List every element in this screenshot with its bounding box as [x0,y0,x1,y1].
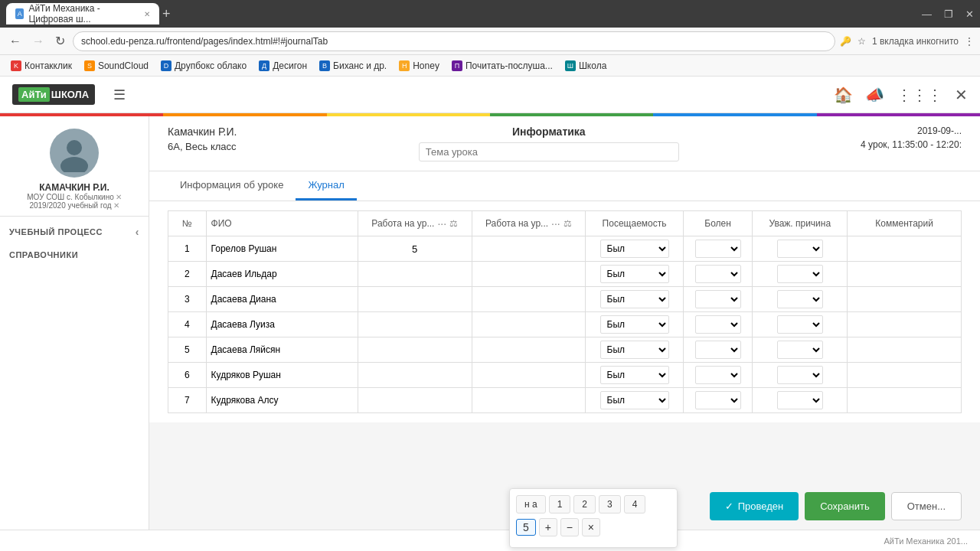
grade-input-work1-4[interactable] [360,344,470,356]
cell-work2[interactable] [472,287,586,312]
sidebar-section-references-title[interactable]: СПРАВОЧНИКИ [9,250,139,259]
sick-select-6[interactable]: Да [695,391,741,409]
sick-select-2[interactable]: Да [695,290,741,308]
sick-select-4[interactable]: Да [695,341,741,359]
grade-na-button[interactable]: н а [516,495,546,514]
cell-work1[interactable] [358,363,472,388]
grade-input-work2-0[interactable] [474,243,584,255]
attendance-select-0[interactable]: Был Не был [600,240,669,258]
grade-input-work1-2[interactable] [360,294,470,305]
cell-attendance[interactable]: Был Не был [586,337,684,363]
cell-work2[interactable] [472,312,586,337]
cell-reason[interactable]: Да [753,312,848,337]
hamburger-button[interactable]: ☰ [113,86,126,103]
cell-comment[interactable] [848,388,962,413]
close-button[interactable]: ✕ [965,8,974,20]
cell-work1[interactable] [358,312,472,337]
tab-close-button[interactable]: ✕ [144,10,150,18]
sick-select-1[interactable]: Да [695,265,741,283]
sick-select-0[interactable]: Да [695,240,741,258]
cell-comment[interactable] [848,287,962,312]
grade-4-button[interactable]: 4 [624,495,646,514]
apps-button[interactable]: ⋮⋮⋮ [897,86,942,104]
restore-button[interactable]: ❐ [944,8,953,20]
address-bar[interactable] [73,31,835,51]
conducted-button[interactable]: ✓ Проведен [710,492,799,520]
cell-work2[interactable] [472,236,586,262]
attendance-select-4[interactable]: Был Не был [600,341,669,359]
minimize-button[interactable]: — [922,8,932,20]
cell-sick[interactable]: Да [683,236,752,262]
cell-sick[interactable]: Да [683,337,752,363]
cell-work1[interactable] [358,236,472,262]
cell-work2[interactable] [472,388,586,413]
cell-sick[interactable]: Да [683,312,752,337]
grade-input-work2-1[interactable] [474,269,584,280]
reason-select-6[interactable]: Да [777,391,823,409]
work1-settings-icon[interactable]: ⚖ [449,218,458,229]
attendance-select-3[interactable]: Был Не был [600,315,669,334]
grade-input-work1-5[interactable] [360,370,470,381]
reason-select-5[interactable]: Да [777,366,823,384]
cell-reason[interactable]: Да [753,262,848,287]
cell-work2[interactable] [472,337,586,363]
sick-select-5[interactable]: Да [695,366,741,384]
cell-reason[interactable]: Да [753,337,848,363]
work2-dots-button[interactable]: ··· [551,217,560,230]
cell-work1[interactable] [358,337,472,363]
cell-comment[interactable] [848,312,962,337]
grade-2-button[interactable]: 2 [573,495,596,514]
grade-input-work2-4[interactable] [474,344,584,356]
back-button[interactable]: ← [6,31,24,51]
menu-icon[interactable]: ⋮ [965,36,974,47]
bookmark-soundcloud[interactable]: S SoundCloud [80,59,153,73]
sidebar-section-learning-title[interactable]: УЧЕБНЫЙ ПРОЦЕСС ‹ [9,226,139,238]
bookmark-school[interactable]: Ш Школа [560,59,611,73]
sidebar-collapse-learning[interactable]: ‹ [136,226,139,238]
home-button[interactable]: 🏠 [834,86,853,104]
cell-sick[interactable]: Да [683,287,752,312]
school-close-button[interactable]: ✕ [116,193,122,201]
grade-input-work1-6[interactable] [360,395,470,406]
cancel-button[interactable]: Отмен... [891,492,962,520]
cell-comment[interactable] [848,337,962,363]
cell-attendance[interactable]: Был Не был [586,312,684,337]
work1-dots-button[interactable]: ··· [437,217,446,230]
cell-reason[interactable]: Да [753,363,848,388]
reason-select-3[interactable]: Да [777,315,823,334]
grade-input-work2-2[interactable] [474,294,584,305]
forward-button[interactable]: → [29,31,47,51]
cell-sick[interactable]: Да [683,262,752,287]
reload-button[interactable]: ↻ [52,31,68,51]
cell-reason[interactable]: Да [753,388,848,413]
cell-reason[interactable]: Да [753,287,848,312]
grade-input-work2-5[interactable] [474,370,584,381]
star-icon[interactable]: ☆ [858,36,866,47]
grade-input-work2-3[interactable] [474,319,584,331]
cell-work1[interactable] [358,287,472,312]
cell-comment[interactable] [848,236,962,262]
reason-select-1[interactable]: Да [777,265,823,283]
cell-work1[interactable] [358,262,472,287]
grade-input-work1-0[interactable] [360,243,470,255]
reason-select-2[interactable]: Да [777,290,823,308]
browser-tab[interactable]: А АйТи Механика - Цифровая ш... ✕ [6,3,159,24]
cell-attendance[interactable]: Был Не был [586,388,684,413]
new-tab-button[interactable]: + [162,6,171,22]
cell-comment[interactable] [848,262,962,287]
reason-select-4[interactable]: Да [777,341,823,359]
attendance-select-2[interactable]: Был Не был [600,290,669,308]
work2-settings-icon[interactable]: ⚖ [564,218,572,229]
save-button[interactable]: Сохранить [805,492,885,520]
reason-select-0[interactable]: Да [777,240,823,258]
cell-reason[interactable]: Да [753,236,848,262]
attendance-select-6[interactable]: Был Не был [600,391,669,409]
bookmark-honey[interactable]: H Honey [394,59,444,73]
grade-plus-button[interactable]: + [539,518,557,536]
notification-button[interactable]: 📣 [865,86,884,104]
cell-attendance[interactable]: Был Не был [586,363,684,388]
grade-input-work2-6[interactable] [474,395,584,406]
tab-journal[interactable]: Журнал [296,171,356,201]
grade-input-work1-1[interactable] [360,269,470,280]
grade-3-button[interactable]: 3 [599,495,621,514]
